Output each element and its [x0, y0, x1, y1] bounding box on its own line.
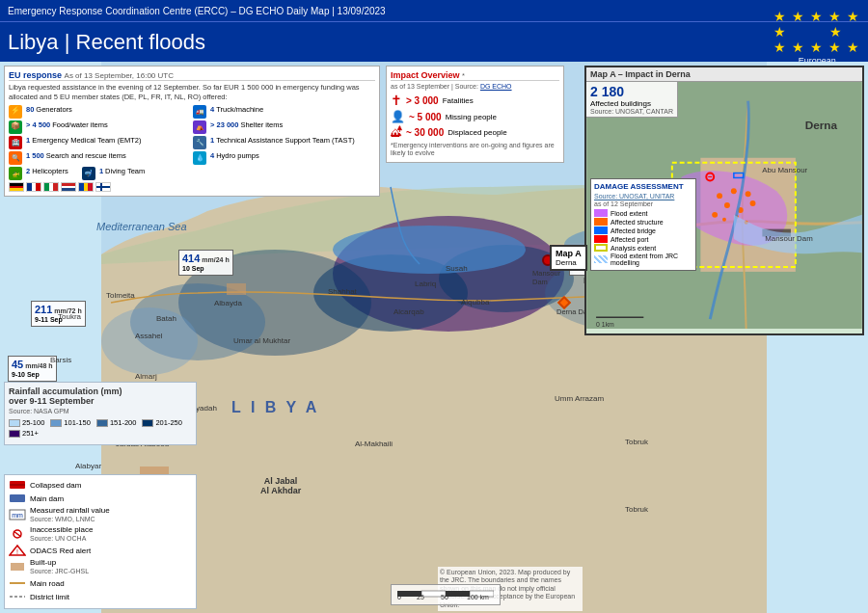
map-area: EU response As of 13 September, 16:00 UT… — [0, 62, 868, 613]
rain-item-251plus: 251+ — [9, 429, 39, 438]
eu-response-date: As of 13 September, 16:00 UTC — [65, 71, 174, 80]
eu-item-shelter: ⛺ > 23 000 Shelter items — [193, 120, 375, 134]
damage-assessment-legend: DAMAGE ASSESSMENT Source: UNOSAT, UNITAR… — [590, 178, 696, 271]
flag-fi — [95, 182, 111, 192]
svg-text:50: 50 — [441, 594, 448, 600]
map-legend-panel: Collapsed dam Main dam mm Measured rainf… — [4, 474, 197, 609]
top-bar-title: Emergency Response Coordination Centre (… — [8, 6, 386, 16]
svg-text:25: 25 — [417, 594, 424, 600]
label-toukra: Toukra — [58, 312, 81, 321]
label-shahhat: Shahhat — [328, 287, 357, 296]
damage-box-title: DAMAGE ASSESSMENT — [594, 182, 692, 191]
eu-item-search: 🔍 1 500 Search and rescue items — [9, 151, 191, 165]
truck-icon: 🚛 — [193, 105, 206, 119]
rainfall-marker-414: 414 mm/24 h 10 Sep — [178, 250, 233, 276]
svg-point-17 — [717, 193, 722, 199]
label-labriq: Labriq — [415, 280, 436, 288]
svg-point-8 — [333, 226, 526, 274]
eu-item-helicopters-row: 🚁 2 Helicopters 🤿 1 Diving Team — [9, 167, 375, 180]
odacs-symbol: ! — [9, 545, 26, 556]
inset-map-content: Derna Abu Mansour Mansour Dam 0 1km 2 18… — [586, 82, 862, 329]
flag-it — [43, 182, 59, 192]
svg-rect-46 — [11, 563, 24, 571]
top-bar: Emergency Response Coordination Centre (… — [0, 0, 868, 21]
title-separator: | — [65, 30, 76, 54]
damage-source: Source: UNOSAT, UNITAR — [594, 193, 692, 200]
header: Libya | Recent floods ★ ★ ★ ★ ★★ ★★ ★ ★ … — [0, 21, 868, 62]
label-libya: L I B Y A — [231, 399, 319, 416]
rain-item-151-200: 151-200 — [96, 418, 137, 427]
legend-inaccessible: Inaccessible placeSource: UN OCHA — [9, 525, 192, 543]
svg-point-23 — [750, 200, 756, 206]
svg-text:Mansour Dam: Mansour Dam — [765, 234, 813, 243]
eu-item-truck: 🚛 4 Truck/machine — [193, 105, 375, 119]
label-mansour-dam: MansourDam — [532, 269, 560, 286]
legend-odacs: ! ODACS Red alert — [9, 545, 192, 556]
dmg-flood-extent: Flood extent — [594, 209, 692, 217]
main-content: EU response As of 13 September, 16:00 UT… — [0, 62, 868, 613]
flag-fr — [26, 182, 41, 192]
flag-ro — [78, 182, 94, 192]
label-almakhaili: Al-Makhaili — [355, 440, 393, 448]
displaced-icon: 🏕 — [391, 125, 402, 139]
svg-point-19 — [746, 191, 751, 197]
flag-de — [9, 182, 24, 192]
impact-title: Impact Overview * — [391, 70, 559, 81]
map-a-label: Map A — [556, 249, 582, 258]
event-title: Recent floods — [76, 30, 206, 54]
dmg-jrc-flood: Flood extent from JRC modelling — [594, 253, 692, 266]
impact-source: as of 13 September | Source: DG ECHO — [391, 83, 559, 90]
impact-missing: 👤 ~ 5 000 Missing people — [391, 110, 559, 123]
svg-point-22 — [712, 212, 718, 218]
impact-note: *Emergency interventions are on-going an… — [391, 142, 559, 158]
rain-swatch-201-250 — [142, 419, 153, 427]
label-almarj: Almarj — [135, 372, 157, 381]
district-symbol — [9, 591, 26, 602]
label-alabyar: Alabyar — [75, 462, 101, 470]
inset-map: Map A – Impact in Derna — [584, 66, 864, 335]
svg-rect-11 — [227, 283, 246, 295]
analysis-extent-swatch — [594, 244, 608, 252]
svg-rect-39 — [10, 494, 25, 502]
scale-bar: 0 25 50 100 km — [391, 584, 501, 605]
svg-text:0    1km: 0 1km — [596, 321, 614, 328]
eu-item-generators: ⚡ 80 Generators — [9, 105, 191, 119]
affected-port-swatch — [594, 235, 608, 243]
country-name: Libya — [8, 30, 59, 54]
rainfall-legend-panel: Rainfall accumulation (mm)over 9-11 Sept… — [4, 382, 197, 445]
label-assahel: Assahel — [135, 332, 162, 340]
label-tobruk2: Tobruk — [625, 505, 648, 514]
rain-swatch-151-200 — [96, 419, 108, 427]
pump-icon: 💧 — [193, 151, 206, 165]
svg-text:!: ! — [16, 548, 18, 555]
impact-displaced: 🏕 ~ 30 000 Displaced people — [391, 125, 559, 139]
svg-point-20 — [724, 202, 730, 208]
emt-icon: 🏥 — [9, 136, 22, 149]
rain-item-101-150: 101-150 — [50, 418, 91, 427]
legend-main-road: Main road — [9, 577, 192, 589]
built-up-symbol — [9, 561, 26, 573]
impact-overview-panel: Impact Overview * as of 13 September | S… — [386, 66, 564, 163]
dmg-affected-bridge: Affected bridge — [594, 227, 692, 234]
dive-icon: 🤿 — [82, 167, 95, 180]
map-a-sublabel: Derna — [556, 258, 582, 267]
header-title-area: Libya | Recent floods — [8, 30, 205, 55]
label-mediterranean: Mediterranean Sea — [96, 221, 187, 232]
eu-item-pump: 💧 4 Hydro pumps — [193, 151, 375, 165]
dmg-affected-structure: Affected structure — [594, 218, 692, 226]
legend-built-up: Built-upSource: JRC-GHSL — [9, 558, 192, 575]
affected-buildings-label: Affected buildings — [590, 99, 673, 108]
eu-response-grid: ⚡ 80 Generators 🚛 4 Truck/machine 📦 > 4 … — [9, 105, 375, 180]
rain-swatch-251plus — [9, 430, 20, 438]
svg-point-18 — [731, 188, 737, 194]
svg-point-6 — [101, 307, 198, 375]
damage-date: as of 12 September — [594, 200, 692, 207]
tech-icon: 🔧 — [193, 136, 206, 149]
page-title: Libya | Recent floods — [8, 30, 205, 54]
rain-swatch-101-150 — [50, 419, 62, 427]
impact-date: * — [462, 71, 465, 80]
legend-main-dam: Main dam — [9, 493, 192, 504]
shelter-icon: ⛺ — [193, 120, 206, 134]
svg-point-24 — [722, 218, 726, 222]
svg-text:0: 0 — [397, 594, 401, 600]
